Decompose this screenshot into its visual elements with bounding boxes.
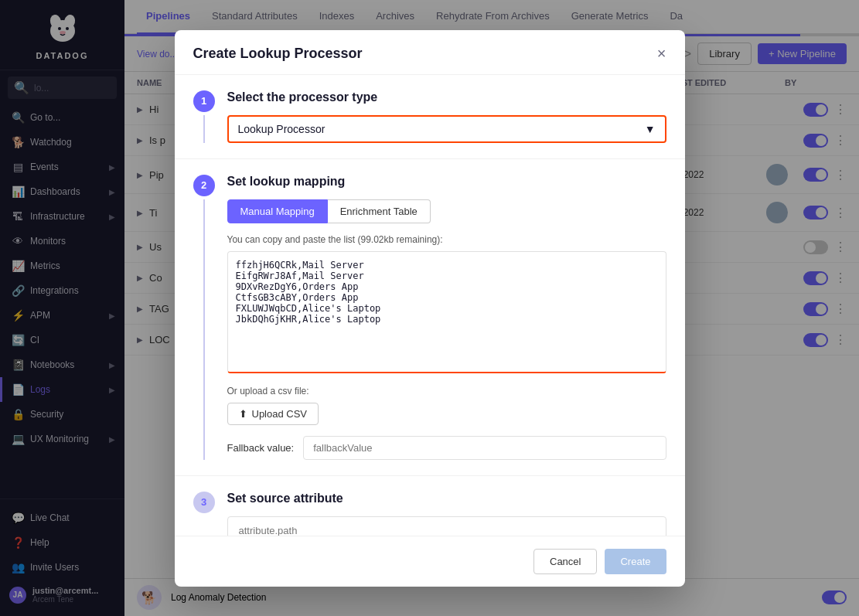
step-2-title: Set lookup mapping [227,175,666,189]
step-3-circle: 3 [193,492,215,513]
mapping-tabs: Manual Mapping Enrichment Table [227,199,666,223]
csv-upload-area: Or upload a csv file: ⬆ Upload CSV [227,386,666,425]
copy-paste-label: You can copy and paste the list (99.02kb… [227,234,666,245]
step-1-indicator: 1 [193,90,215,143]
fallback-input[interactable] [303,436,666,460]
csv-label: Or upload a csv file: [227,386,666,396]
upload-icon: ⬆ [239,408,247,420]
enrichment-table-tab[interactable]: Enrichment Table [328,199,431,223]
create-button[interactable]: Create [605,549,666,574]
step-2-content: Set lookup mapping Manual Mapping Enrich… [227,175,666,460]
step-2-circle: 2 [193,175,215,196]
step-2-line [203,199,205,460]
step-1-content: Select the processor type Lookup Process… [227,90,666,143]
processor-type-value: Lookup Processor [238,123,326,135]
processor-type-dropdown[interactable]: Lookup Processor ▼ [227,115,666,143]
step-3-content: Set source attribute [227,492,666,536]
step-1-title: Select the processor type [227,90,666,104]
step-1-circle: 1 [193,90,215,112]
upload-csv-button[interactable]: ⬆ Upload CSV [227,403,319,425]
modal-close-button[interactable]: × [657,46,666,61]
modal-header: Create Lookup Processor × [175,30,685,75]
step-3: 3 Set source attribute [175,475,685,536]
manual-mapping-tab[interactable]: Manual Mapping [227,199,328,223]
modal-body: 1 Select the processor type Lookup Proce… [175,75,685,536]
mapping-textarea[interactable]: ffzhjH6QCRk,Mail Server EifgRWrJ8Af,Mail… [227,251,666,373]
step-2: 2 Set lookup mapping Manual Mapping Enri… [175,159,685,475]
modal-footer: Cancel Create [175,536,685,587]
chevron-down-icon: ▼ [645,123,656,135]
modal-title: Create Lookup Processor [193,46,363,62]
step-3-indicator: 3 [193,492,215,536]
step-1: 1 Select the processor type Lookup Proce… [175,75,685,159]
fallback-label: Fallback value: [227,442,295,454]
step-2-indicator: 2 [193,175,215,460]
step-3-title: Set source attribute [227,492,666,505]
cancel-button[interactable]: Cancel [533,549,597,574]
source-attribute-input[interactable] [227,516,666,536]
create-lookup-processor-modal: Create Lookup Processor × 1 Select the p… [175,30,685,587]
modal-overlay[interactable]: Create Lookup Processor × 1 Select the p… [0,0,859,616]
fallback-row: Fallback value: [227,436,666,460]
step-1-line [203,115,205,143]
